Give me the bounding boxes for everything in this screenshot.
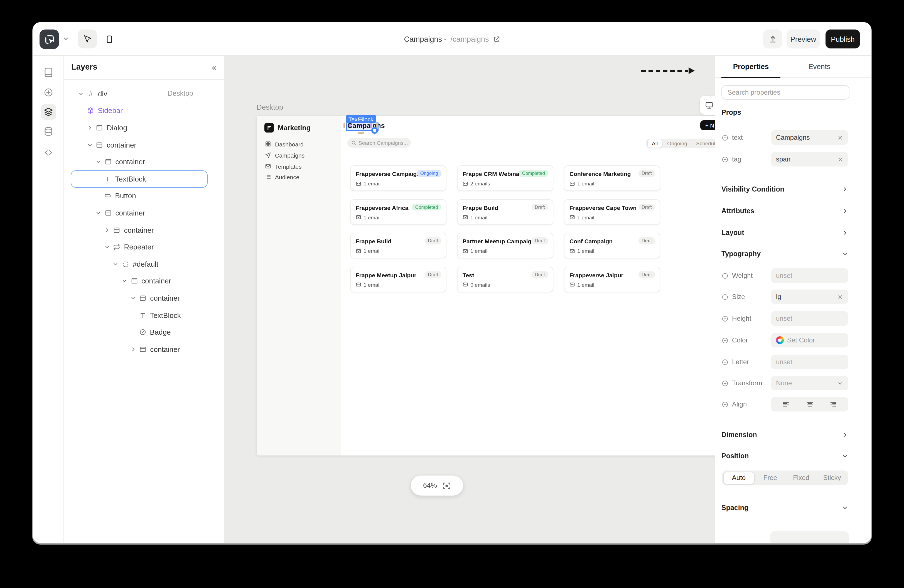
campaign-search[interactable] [347,138,411,147]
section-layout[interactable]: Layout [721,227,848,238]
chevron-down-icon[interactable] [95,159,104,165]
circle-plus-icon[interactable] [721,156,729,163]
chevron-right-icon[interactable] [104,227,113,233]
clear-icon[interactable] [837,294,843,300]
size-input[interactable]: lg [771,289,848,304]
app-nav-audience[interactable]: Audience [257,172,341,182]
page-heading-text[interactable]: Campaigns [347,122,385,130]
filter-tab-all[interactable]: All [647,139,662,148]
campaign-card[interactable]: Conference Marketing Draft 1 email [564,165,660,191]
circle-plus-icon[interactable] [721,272,729,279]
layer-row-container[interactable]: container [71,341,208,358]
section-spacing[interactable]: Spacing [721,502,848,514]
filter-tab-scheduled[interactable]: Scheduled [692,139,715,147]
chevron-right-icon[interactable] [87,125,95,131]
circle-plus-icon[interactable] [721,401,729,408]
prop-text-value[interactable]: Campaigns [771,130,848,145]
letter-spacing-input[interactable]: unset [771,355,848,369]
drag-grip-icon[interactable] [358,117,363,120]
layer-row-dialog[interactable]: Dialog [71,119,208,136]
layer-row-div[interactable]: # div Desktop [71,85,208,102]
resize-handle[interactable] [371,127,378,134]
campaign-card[interactable]: Frappe Build Draft 1 email [457,199,553,224]
section-visibility[interactable]: Visibility Condition [721,184,848,195]
layer-row-container[interactable]: container [71,153,208,171]
section-attributes[interactable]: Attributes [721,205,848,217]
campaign-card[interactable]: Frappeverse Cape Town Draft 1 email [564,199,660,224]
campaign-card[interactable]: Conf Campaign Draft 1 email [564,233,660,258]
tab-events[interactable]: Events [781,56,858,77]
filter-tab-ongoing[interactable]: Ongoing [663,139,691,147]
clear-icon[interactable] [837,134,843,141]
circle-plus-icon[interactable] [721,293,729,300]
position-mode-fixed[interactable]: Fixed [786,471,817,484]
align-center-icon[interactable] [806,400,814,408]
position-mode-sticky[interactable]: Sticky [817,471,847,484]
desktop-breakpoint-button[interactable] [700,96,715,115]
insert-block-icon[interactable] [43,87,53,98]
campaign-card[interactable]: Frappe Meetup Jaipur Draft 1 email [350,266,446,292]
chevron-down-icon[interactable] [62,35,70,42]
campaign-card[interactable]: Partner Meetup Campaign Draft 1 email [457,233,553,258]
preview-button[interactable]: Preview [787,30,820,49]
position-mode-auto[interactable]: Auto [723,471,755,484]
layer-row-container[interactable]: container [71,289,208,307]
align-left-icon[interactable] [782,400,790,408]
zoom-control[interactable]: 64% [411,476,463,496]
campaign-card[interactable]: Frappe Build Draft 1 email [350,233,446,258]
property-search-input[interactable] [727,89,843,96]
layer-row-badge[interactable]: Badge [71,324,208,341]
layer-row-default-slot[interactable]: #default [71,256,208,273]
cursor-tool-button[interactable] [78,30,97,49]
chevron-down-icon[interactable] [121,278,130,284]
data-icon[interactable] [43,126,53,136]
property-search[interactable] [721,85,849,100]
chevron-down-icon[interactable] [78,91,87,97]
layer-row-container[interactable]: container [71,136,208,153]
campaign-card[interactable]: Test Draft 0 emails [457,266,553,292]
prop-tag-value[interactable]: span [771,152,848,166]
line-height-input[interactable]: unset [771,311,848,326]
layer-row-textblock[interactable]: TextBlock [71,307,208,324]
app-logo-button[interactable] [40,30,59,49]
chevron-down-icon[interactable] [130,295,139,301]
clear-icon[interactable] [837,156,843,162]
app-nav-dashboard[interactable]: Dashboard [257,139,341,149]
zoom-level[interactable]: 64% [423,482,437,490]
chevron-down-icon[interactable] [113,261,122,267]
position-mode-free[interactable]: Free [755,471,786,484]
circle-plus-icon[interactable] [721,358,729,365]
pages-icon[interactable] [43,67,53,77]
circle-plus-icon[interactable] [721,379,729,387]
chevron-down-icon[interactable] [87,142,95,148]
section-dimension[interactable]: Dimension [721,429,848,441]
margin-handle[interactable] [358,132,364,134]
campaign-search-input[interactable] [359,140,409,146]
circle-plus-icon[interactable] [721,315,729,322]
layer-row-container[interactable]: container [71,273,208,289]
weight-input[interactable]: unset [771,269,848,283]
campaign-card[interactable]: Frappeverse Africa Completed 1 email [350,199,446,224]
campaign-card[interactable]: Frappeverse Jaipur Draft 1 email [564,266,660,292]
campaign-card[interactable]: Frappe CRM Webinar Completed 2 emails [457,165,553,191]
margin-handle[interactable] [343,123,345,128]
app-nav-templates[interactable]: Templates [257,161,341,172]
layer-row-textblock-selected[interactable]: TextBlock [71,171,208,187]
new-campaign-button[interactable]: + N [700,120,715,130]
fit-to-screen-icon[interactable] [443,481,451,490]
chevron-down-icon[interactable] [95,210,104,216]
section-typography[interactable]: Typography [721,248,848,259]
code-icon[interactable] [43,147,53,158]
external-link-icon[interactable] [493,35,500,43]
layer-row-container[interactable]: container [71,204,208,221]
tab-properties[interactable]: Properties [721,56,781,77]
layer-row-button[interactable]: Button [71,187,208,204]
layer-row-repeater[interactable]: Repeater [71,239,208,256]
align-right-icon[interactable] [830,400,837,408]
rendered-page-frame[interactable]: Marketing Dashboard Campaigns Templates [257,116,715,455]
container-tool-button[interactable] [100,30,119,49]
upload-button[interactable] [763,30,782,49]
app-nav-campaigns[interactable]: Campaigns [257,150,341,160]
layer-row-sidebar[interactable]: Sidebar [71,102,208,119]
chevron-right-icon[interactable] [130,346,139,352]
